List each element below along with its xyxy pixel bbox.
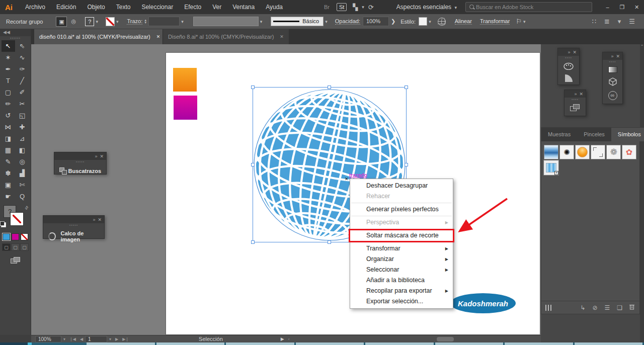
close-tab-icon[interactable]: ✕	[280, 34, 284, 39]
opacity-label[interactable]: Opacidad:	[335, 18, 360, 25]
magic-wand-tool[interactable]: ✶	[2, 52, 15, 63]
minimize-button[interactable]: –	[600, 0, 615, 14]
taskbar-segment[interactable]	[32, 342, 87, 345]
close-icon[interactable]: ✕	[579, 92, 583, 97]
magenta-square-object[interactable]	[174, 96, 197, 120]
symbol-options-icon[interactable]: ☰	[604, 304, 610, 311]
panel-title[interactable]: Calco de imagen	[61, 230, 100, 242]
width-tool[interactable]: ⋈	[2, 121, 15, 133]
symbol-libraries-icon[interactable]	[545, 305, 551, 311]
taskbar-segment[interactable]	[226, 342, 294, 345]
orange-orb-symbol[interactable]	[575, 145, 590, 159]
share-icon[interactable]: ⟳	[368, 4, 374, 11]
stripes-symbol[interactable]: +	[544, 160, 558, 175]
dock-edge[interactable]: ⌃	[640, 44, 644, 342]
stock-button[interactable]: St	[337, 3, 347, 11]
first-artboard-icon[interactable]: ❘◀	[69, 337, 76, 341]
line-segment-tool[interactable]: ╱	[16, 75, 29, 87]
close-tab-icon[interactable]: ✕	[156, 34, 160, 39]
graph-tool[interactable]: ▟	[16, 167, 29, 179]
document-setup-globe-icon[interactable]	[438, 18, 446, 26]
menu-item-anadir-a-la-biblioteca[interactable]: Añadir a la biblioteca	[350, 275, 453, 286]
flower-symbol[interactable]: ✿	[622, 145, 636, 159]
taskbar-segment[interactable]	[365, 342, 433, 345]
change-screen-mode-button[interactable]	[11, 257, 21, 264]
selection-handle[interactable]	[328, 240, 331, 244]
color-palette-icon[interactable]	[564, 62, 574, 70]
direct-selection-tool[interactable]: ⇖	[16, 40, 29, 52]
menu-list-icon[interactable]: ☰	[629, 18, 635, 25]
panel-tab-pinceles[interactable]: Pinceles	[577, 128, 611, 141]
panel-title[interactable]: Buscatrazos	[68, 168, 101, 174]
kadoshmerah-logo[interactable]: Kadoshmerah	[450, 293, 516, 313]
menu-item-deshacer-desagrupar[interactable]: Deshacer Desagrupar	[350, 181, 453, 191]
free-transform-tool[interactable]: ✚	[16, 121, 29, 133]
previous-artboard-icon[interactable]: ◀	[80, 337, 83, 341]
blend-tool[interactable]: ◎	[16, 156, 29, 167]
close-icon[interactable]: ✕	[616, 54, 620, 59]
isolate-icon[interactable]: ⚐	[516, 18, 522, 25]
chevron-down-icon[interactable]: ▾	[325, 19, 328, 24]
tools-grip[interactable]: ▪▪▪▪▪▪	[0, 36, 31, 40]
last-artboard-icon[interactable]: ▶❘	[122, 337, 129, 341]
status-play-icon[interactable]: ▶	[281, 336, 284, 341]
gradient-icon[interactable]	[608, 66, 617, 73]
taskbar-segment[interactable]	[505, 342, 573, 345]
menu-texto[interactable]: Texto	[111, 0, 136, 14]
gradient-tool[interactable]: ◧	[16, 144, 29, 156]
chevron-down-icon[interactable]: ▾	[618, 18, 621, 25]
menu-edicion[interactable]: Edición	[51, 0, 82, 14]
expand-panel-icon[interactable]: »	[95, 154, 97, 159]
workspace-switcher[interactable]: Aspectos esenciales ▾	[396, 4, 458, 11]
expand-panel-icon[interactable]: »	[611, 54, 613, 59]
none-button[interactable]	[21, 233, 28, 240]
close-icon[interactable]: ✕	[100, 154, 104, 159]
collapse-tools-button[interactable]: ◀◀	[0, 29, 31, 36]
chevron-down-icon[interactable]: ▾	[260, 19, 263, 24]
windows-taskbar-strip[interactable]	[0, 342, 644, 345]
color-button[interactable]	[3, 233, 10, 240]
chevron-down-icon[interactable]: ▾	[429, 19, 431, 24]
opacity-expand-arrow[interactable]: ❯	[391, 18, 395, 25]
swap-fill-stroke-icon[interactable]: ⇄	[24, 205, 30, 211]
chevron-down-icon[interactable]: ▾	[63, 337, 65, 341]
shape-builder-tool[interactable]: ◨	[2, 133, 15, 144]
crop-image-button[interactable]: ▣	[56, 17, 67, 27]
menu-item-soltar-mascara-de-recorte[interactable]: Soltar máscara de recorte	[350, 230, 453, 241]
taskbar-segment[interactable]	[296, 342, 364, 345]
rotate-tool[interactable]: ↺	[2, 110, 15, 121]
scroll-left-icon[interactable]: ‹	[288, 337, 290, 341]
stroke-weight-field[interactable]	[148, 17, 180, 26]
menu-ayuda[interactable]: Ayuda	[260, 0, 288, 14]
taskbar-segment[interactable]	[87, 342, 154, 345]
close-button[interactable]: ✕	[629, 0, 644, 14]
gradient-quarter-icon[interactable]	[565, 74, 573, 82]
selection-handle[interactable]	[328, 85, 331, 89]
panel-grip[interactable]: ▪▪▪▪▪	[43, 223, 104, 227]
panel-tab-simbolos[interactable]: Símbolos	[611, 128, 644, 141]
panel-grip[interactable]: ▪▪▪▪▪	[54, 160, 106, 164]
selection-handle[interactable]	[405, 85, 408, 89]
menu-efecto[interactable]: Efecto	[179, 0, 207, 14]
expand-panel-icon[interactable]: »	[93, 217, 95, 222]
artboard-tool[interactable]: ▣	[2, 179, 15, 191]
type-tool[interactable]: T	[2, 75, 15, 87]
variable-width-profile-field[interactable]	[193, 17, 259, 26]
place-symbol-icon[interactable]: ↳	[580, 304, 585, 311]
horizontal-scrollbar[interactable]	[293, 336, 539, 342]
draw-inside-button[interactable]: ▢	[20, 243, 29, 251]
selection-handle[interactable]	[251, 240, 255, 244]
paragraph-panel-icon[interactable]: ≣	[604, 18, 610, 25]
draw-normal-button[interactable]: ▢	[2, 243, 11, 251]
menu-ver[interactable]: Ver	[207, 0, 227, 14]
menu-ventana[interactable]: Ventana	[227, 0, 260, 14]
menu-archivo[interactable]: Archivo	[20, 0, 51, 14]
expand-panel-icon[interactable]: »	[568, 50, 570, 55]
new-symbol-icon[interactable]: ❏	[617, 304, 622, 311]
align-link[interactable]: Alinear	[455, 18, 472, 25]
bridge-button[interactable]: Br	[324, 4, 330, 10]
stroke-weight-label[interactable]: Trazo:	[127, 18, 142, 25]
search-input[interactable]	[476, 4, 592, 10]
taskbar-segment[interactable]	[156, 342, 224, 345]
pen-tool[interactable]: ✒	[2, 63, 15, 75]
